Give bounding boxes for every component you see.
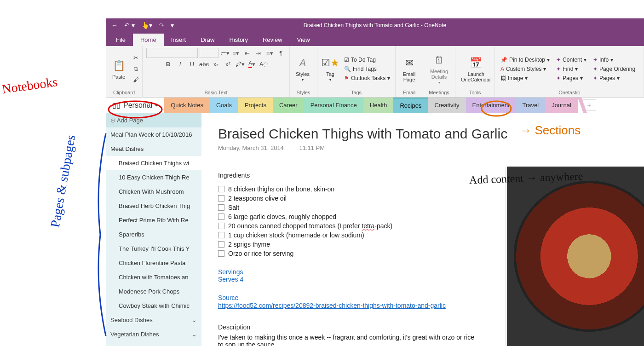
section-tab-goals[interactable]: Goals bbox=[210, 98, 238, 113]
page-list-item[interactable]: Spareribs bbox=[106, 227, 201, 242]
clear-formatting-button[interactable]: A◌ bbox=[259, 59, 269, 69]
page-list-item[interactable]: The Turkey I'll Cook This Y bbox=[106, 242, 201, 256]
source-link[interactable]: https://food52.com/recipes/20892-braised… bbox=[218, 302, 446, 309]
custom-styles-button[interactable]: ACustom Styles ▾ bbox=[499, 65, 552, 73]
image-button[interactable]: 🖼Image ▾ bbox=[499, 74, 552, 82]
outdent-button[interactable]: ⇤ bbox=[242, 48, 252, 58]
notebook-selector[interactable]: ▯▯ Personal ▾ bbox=[106, 98, 164, 113]
page-list-item[interactable]: Braised Herb Chicken Thig bbox=[106, 199, 201, 213]
indent-button[interactable]: ⇥ bbox=[254, 48, 263, 58]
tab-draw[interactable]: Draw bbox=[193, 34, 222, 46]
tag-button[interactable]: ☑★ Tag▾ bbox=[321, 55, 339, 83]
tab-insert[interactable]: Insert bbox=[164, 34, 194, 46]
highlight-button[interactable]: 🖍▾ bbox=[235, 59, 245, 69]
page-group[interactable]: Seafood Dishes⌄ bbox=[106, 313, 201, 327]
tab-file[interactable]: File bbox=[109, 34, 133, 46]
undo-icon[interactable]: ↶ ▾ bbox=[124, 22, 135, 29]
meeting-details-button[interactable]: 🗓 Meeting Details▾ bbox=[427, 52, 451, 86]
ingredient-text[interactable]: Salt bbox=[228, 204, 239, 211]
italic-button[interactable]: I bbox=[175, 59, 185, 69]
checkbox-icon[interactable] bbox=[218, 241, 224, 248]
page-list-item[interactable]: Chicken with Tomatoes an bbox=[106, 270, 201, 284]
section-tab-journal[interactable]: Journal bbox=[545, 98, 578, 113]
ingredient-text[interactable]: 2 sprigs thyme bbox=[228, 241, 270, 248]
description-text[interactable]: I've taken to making this once a week --… bbox=[218, 334, 476, 346]
info-button[interactable]: ✦Info ▾ bbox=[591, 56, 637, 64]
page-group[interactable]: Vegetarian Dishes⌄ bbox=[106, 327, 201, 341]
todo-tag-button[interactable]: ☑To Do Tag bbox=[342, 56, 392, 64]
page-time[interactable]: 11:11 PM bbox=[299, 144, 325, 151]
ingredient-text[interactable]: 8 chicken thighs on the bone, skin-on bbox=[228, 185, 334, 193]
section-tab-career[interactable]: Career bbox=[273, 98, 304, 113]
tab-view[interactable]: View bbox=[290, 34, 317, 46]
section-tab-personal-finance[interactable]: Personal Finance bbox=[304, 98, 363, 113]
superscript-button[interactable]: x² bbox=[223, 59, 233, 69]
page-list-item[interactable]: Cowboy Steak with Chimic bbox=[106, 299, 201, 313]
recipe-photo[interactable] bbox=[505, 167, 644, 346]
find-button[interactable]: ✦Find ▾ bbox=[554, 65, 588, 73]
font-family-select[interactable] bbox=[146, 48, 198, 58]
pages-button[interactable]: ✦Pages ▾ bbox=[554, 74, 588, 82]
email-page-button[interactable]: ✉ Email Page bbox=[399, 55, 419, 83]
strikethrough-button[interactable]: abc bbox=[199, 59, 209, 69]
ingredient-text[interactable]: 20 ounces canned chopped tomatoes (I pre… bbox=[228, 222, 392, 230]
content-button[interactable]: ✦Content ▾ bbox=[554, 56, 588, 64]
page-date[interactable]: Monday, March 31, 2014 bbox=[218, 144, 284, 151]
ingredient-text[interactable]: 1 cup chicken stock (homemade or low sod… bbox=[228, 231, 364, 239]
checkbox-icon[interactable] bbox=[218, 232, 224, 238]
page-list-item[interactable]: Modenese Pork Chops bbox=[106, 284, 201, 299]
bullets-button[interactable]: ≔▾ bbox=[220, 48, 230, 58]
page-list-item[interactable]: Chicken With Mushroom bbox=[106, 185, 201, 199]
outlook-tasks-button[interactable]: ⚑Outlook Tasks ▾ bbox=[342, 74, 392, 82]
underline-button[interactable]: U bbox=[187, 59, 197, 69]
align-button[interactable]: ≡▾ bbox=[265, 48, 274, 58]
bold-button[interactable]: B bbox=[163, 59, 173, 69]
paste-button[interactable]: 📋 Paste bbox=[109, 58, 128, 81]
section-tab-quick-notes[interactable]: Quick Notes bbox=[164, 98, 210, 113]
page-list-item[interactable]: Perfect Prime Rib With Re bbox=[106, 213, 201, 227]
checkbox-icon[interactable] bbox=[218, 204, 224, 211]
page-list-item[interactable]: Meal Plan Week of 10/10/2016 bbox=[106, 127, 201, 142]
ingredient-text[interactable]: 6 large garlic cloves, roughly chopped bbox=[228, 213, 336, 220]
launch-onecalendar-button[interactable]: 📅 Launch OneCalendar bbox=[459, 55, 493, 83]
checkbox-icon[interactable] bbox=[218, 213, 224, 220]
redo-icon[interactable]: ↷ bbox=[159, 22, 164, 29]
tab-history[interactable]: History bbox=[222, 34, 255, 46]
ingredient-text[interactable]: Orzo or rice for serving bbox=[228, 250, 293, 257]
section-tab-recipes[interactable]: Recipes bbox=[393, 98, 428, 113]
pages2-button[interactable]: ✦Pages ▾ bbox=[591, 74, 637, 82]
back-icon[interactable]: ← bbox=[111, 22, 118, 29]
copy-button[interactable]: ⧉ bbox=[131, 64, 141, 74]
checkbox-icon[interactable] bbox=[218, 223, 224, 229]
find-tags-button[interactable]: 🔍Find Tags bbox=[342, 65, 392, 73]
numbering-button[interactable]: ≡▾ bbox=[231, 48, 241, 58]
section-tab-health[interactable]: Health bbox=[363, 98, 394, 113]
styles-button[interactable]: A Styles▾ bbox=[293, 55, 312, 83]
paragraph-spacing-button[interactable]: ¶ bbox=[276, 48, 286, 58]
page-list-item[interactable]: 10 Easy Chicken Thigh Re bbox=[106, 170, 201, 185]
ingredient-text[interactable]: 2 teaspoons olive oil bbox=[228, 195, 287, 202]
page-list-item[interactable]: Chicken Florentine Pasta bbox=[106, 256, 201, 270]
page-list-item[interactable]: Braised Chicken Thighs wi bbox=[106, 156, 201, 170]
pin-to-desktop-button[interactable]: 📌Pin to Desktop ▾ bbox=[499, 56, 552, 64]
section-tab-entertainment[interactable]: Entertainment bbox=[466, 98, 516, 113]
section-tab-creativity[interactable]: Creativity bbox=[428, 98, 466, 113]
section-tab-projects[interactable]: Projects bbox=[238, 98, 273, 113]
checkbox-icon[interactable] bbox=[218, 186, 224, 192]
checkbox-icon[interactable] bbox=[218, 250, 224, 257]
page-list-item[interactable]: Meat Dishes bbox=[106, 142, 201, 156]
touch-mode-icon[interactable]: 👆▾ bbox=[141, 22, 152, 29]
add-page-button[interactable]: Add Page bbox=[106, 113, 201, 127]
qat-more-icon[interactable]: ▾ bbox=[171, 22, 174, 29]
format-painter-button[interactable]: 🖌 bbox=[131, 75, 141, 85]
subscript-button[interactable]: x₂ bbox=[211, 59, 221, 69]
page-ordering-button[interactable]: ✦Page Ordering bbox=[591, 65, 637, 73]
checkbox-icon[interactable] bbox=[218, 195, 224, 202]
tab-review[interactable]: Review bbox=[255, 34, 290, 46]
page-title[interactable]: Braised Chicken Thighs with Tomato and G… bbox=[218, 126, 627, 142]
section-tab-travel[interactable]: Travel bbox=[516, 98, 546, 113]
font-size-select[interactable] bbox=[200, 48, 218, 58]
cut-button[interactable]: ✂ bbox=[131, 53, 141, 63]
tab-home[interactable]: Home bbox=[133, 34, 164, 46]
font-color-button[interactable]: A▾ bbox=[247, 59, 257, 69]
